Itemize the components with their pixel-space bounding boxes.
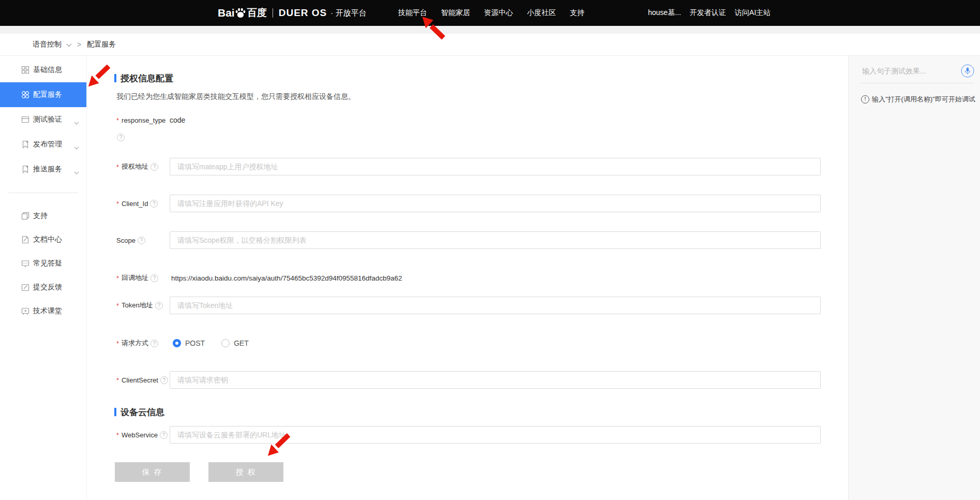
nav-item-smart-home[interactable]: 智能家居 bbox=[441, 8, 470, 18]
title-accent-bar bbox=[114, 74, 116, 82]
sidebar-item-tech-class[interactable]: 技术课堂 bbox=[0, 299, 86, 323]
help-icon[interactable]: ? bbox=[150, 340, 158, 347]
field-label: * WebService ? bbox=[116, 431, 170, 439]
test-panel: ! 输入"打开(调用名称)"即可开始调试 bbox=[848, 56, 980, 500]
field-row-client-secret: * ClientSecret ? bbox=[116, 371, 848, 389]
radio-post[interactable]: POST bbox=[173, 339, 205, 347]
sidebar-item-label: 发布管理 bbox=[33, 140, 62, 149]
authorize-button[interactable]: 授 权 bbox=[208, 462, 283, 482]
help-icon[interactable]: ? bbox=[160, 431, 168, 439]
baidu-paw-icon bbox=[235, 8, 246, 18]
field-row-request-method: * 请求方式 ? POST GET bbox=[116, 338, 848, 348]
field-row-client-id: * Client_Id ? bbox=[116, 195, 848, 212]
radio-unselected-icon[interactable] bbox=[221, 339, 230, 347]
sidebar-divider bbox=[8, 193, 78, 193]
field-label: * ClientSecret ? bbox=[116, 376, 170, 384]
sidebar-item-faq[interactable]: 常见答疑 bbox=[0, 252, 86, 275]
test-sentence-row bbox=[861, 56, 974, 83]
baidu-logo-text: Bai bbox=[218, 7, 235, 19]
help-icon[interactable]: ? bbox=[150, 274, 158, 282]
request-method-options: POST GET bbox=[170, 339, 824, 347]
field-row-response-type: * response_type code bbox=[116, 115, 848, 125]
chevron-down-icon[interactable] bbox=[66, 43, 72, 47]
radio-get[interactable]: GET bbox=[221, 339, 249, 347]
required-mark: * bbox=[116, 302, 119, 310]
help-icon[interactable]: ? bbox=[150, 163, 158, 171]
sidebar-item-doc-center[interactable]: 文档中心 bbox=[0, 228, 86, 252]
sidebar-item-label: 文档中心 bbox=[33, 235, 62, 244]
nav-item-resource-center[interactable]: 资源中心 bbox=[484, 8, 513, 18]
web-service-input[interactable] bbox=[170, 426, 821, 444]
sidebar: 基础信息 配置服务 测试验证 bbox=[0, 56, 87, 500]
required-mark: * bbox=[116, 376, 119, 384]
form-actions: 保 存 授 权 bbox=[115, 462, 848, 482]
top-nav-right: house墓... 开发者认证 访问AI主站 bbox=[648, 0, 771, 26]
help-icon[interactable]: ? bbox=[160, 376, 168, 384]
sidebar-item-test-verify[interactable]: 测试验证 bbox=[0, 107, 86, 132]
title-accent-bar bbox=[114, 408, 116, 416]
required-mark: * bbox=[116, 340, 119, 347]
breadcrumb-separator: > bbox=[77, 40, 81, 49]
required-mark: * bbox=[116, 116, 119, 124]
save-button[interactable]: 保 存 bbox=[115, 462, 190, 482]
field-label: * 回调地址 ? bbox=[116, 273, 170, 283]
test-sentence-input[interactable] bbox=[861, 66, 957, 76]
help-icon[interactable]: ? bbox=[155, 302, 163, 310]
field-label: * Token地址 ? bbox=[116, 301, 170, 310]
sidebar-item-basic-info[interactable]: 基础信息 bbox=[0, 57, 86, 82]
copy-icon bbox=[21, 212, 29, 220]
field-label: * response_type bbox=[116, 116, 170, 124]
nav-item-xiaodu-community[interactable]: 小度社区 bbox=[527, 8, 556, 18]
scope-input[interactable] bbox=[170, 231, 821, 249]
dueros-console-page: Bai 百度 DUER OS · 开放平台 技能平台 智能家居 资源中心 小度社… bbox=[0, 0, 980, 500]
sidebar-item-publish-manage[interactable]: 发布管理 bbox=[0, 132, 86, 157]
chevron-down-icon[interactable] bbox=[74, 168, 79, 176]
screen-play-icon bbox=[21, 307, 29, 315]
breadcrumb: 语音控制 > 配置服务 bbox=[0, 34, 980, 56]
test-doc-icon bbox=[21, 115, 29, 124]
microphone-icon[interactable] bbox=[961, 64, 974, 78]
sidebar-item-label: 技术课堂 bbox=[33, 306, 62, 316]
breadcrumb-skill-select[interactable]: 语音控制 bbox=[33, 40, 62, 49]
section-description: 我们已经为您生成智能家居类技能交互模型，您只需要授权相应设备信息。 bbox=[116, 92, 848, 102]
required-mark: * bbox=[116, 431, 119, 439]
chevron-down-icon[interactable] bbox=[74, 118, 79, 126]
radio-selected-icon[interactable] bbox=[173, 339, 181, 347]
sidebar-item-label: 推送服务 bbox=[33, 165, 62, 174]
config-service-form: 授权信息配置 我们已经为您生成智能家居类技能交互模型，您只需要授权相应设备信息。… bbox=[87, 56, 848, 500]
sidebar-item-push-service[interactable]: 推送服务 bbox=[0, 157, 86, 182]
client-secret-input[interactable] bbox=[170, 371, 821, 389]
sidebar-item-config-service[interactable]: 配置服务 bbox=[0, 82, 86, 107]
sidebar-item-feedback[interactable]: 提交反馈 bbox=[0, 275, 86, 299]
field-row-callback-url: * 回调地址 ? https://xiaodu.baidu.com/saiya/… bbox=[116, 273, 848, 283]
bookmark-plus-icon bbox=[21, 140, 29, 149]
field-row-auth-url: * 授权地址 ? bbox=[116, 158, 848, 175]
help-icon[interactable]: ? bbox=[150, 200, 158, 208]
chevron-down-icon[interactable] bbox=[74, 143, 79, 151]
sidebar-item-support[interactable]: 支持 bbox=[0, 204, 86, 228]
nav-item-support[interactable]: 支持 bbox=[570, 8, 584, 18]
auth-url-input[interactable] bbox=[170, 158, 821, 175]
baidu-logo-cn: 百度 bbox=[247, 6, 267, 20]
sidebar-item-label: 支持 bbox=[33, 211, 48, 220]
dueros-brand: DUER OS bbox=[279, 7, 327, 19]
developer-certification-link[interactable]: 开发者认证 bbox=[690, 8, 726, 18]
field-row-token-url: * Token地址 ? bbox=[116, 297, 848, 314]
token-url-input[interactable] bbox=[170, 297, 821, 314]
required-mark: * bbox=[116, 163, 119, 171]
visit-ai-site-link[interactable]: 访问AI主站 bbox=[735, 8, 771, 18]
nav-item-skill-platform[interactable]: 技能平台 bbox=[398, 8, 427, 18]
help-icon[interactable]: ? bbox=[117, 134, 125, 141]
baidu-dueros-logo[interactable]: Bai 百度 DUER OS · 开放平台 bbox=[218, 0, 366, 26]
client-id-input[interactable] bbox=[170, 195, 821, 212]
field-row-web-service: * WebService ? bbox=[116, 426, 848, 444]
help-icon[interactable]: ? bbox=[138, 237, 145, 244]
test-panel-hint: ! 输入"打开(调用名称)"即可开始调试 bbox=[861, 95, 974, 104]
sidebar-item-label: 配置服务 bbox=[33, 90, 62, 99]
field-value: code bbox=[170, 116, 821, 124]
user-account[interactable]: house墓... bbox=[648, 8, 681, 18]
field-label: Scope ? bbox=[116, 237, 170, 244]
section-title-device-cloud: 设备云信息 bbox=[114, 406, 848, 418]
open-platform-suffix: · 开放平台 bbox=[330, 8, 366, 18]
subheader-strip bbox=[0, 26, 980, 34]
